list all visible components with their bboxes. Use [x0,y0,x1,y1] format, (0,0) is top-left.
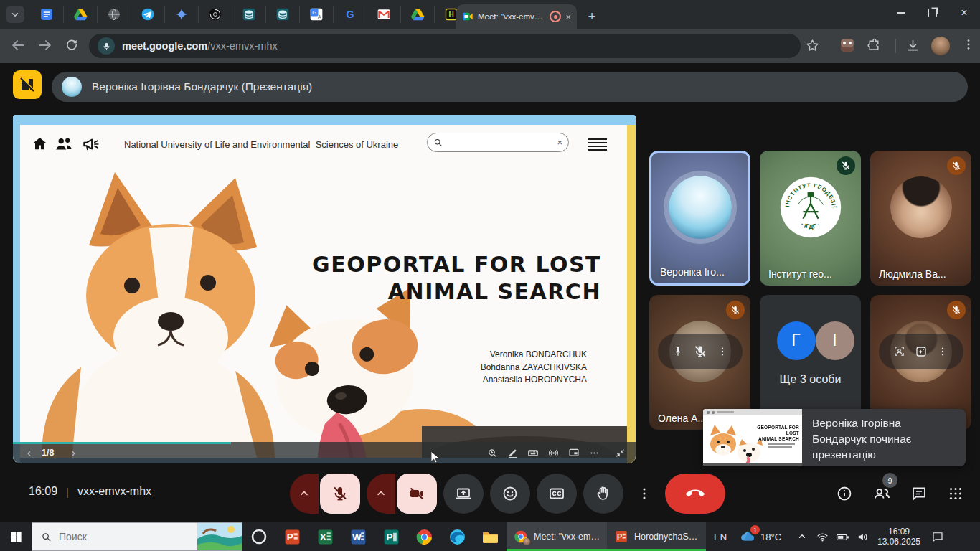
pinned-tab-translate-icon[interactable] [300,6,334,23]
presentation-warning-icon [13,70,42,99]
tile-menu-icon[interactable] [937,346,948,357]
meet-main: Вероніка Ігорівна Бондарчук (Презентація… [0,63,980,522]
browser-menu-icon[interactable] [961,37,976,52]
slide-frame-left [13,125,20,463]
activities-button[interactable] [947,485,964,502]
panel-controls: 9 [836,474,964,514]
effects-icon[interactable] [915,345,928,358]
window-minimize-button[interactable] [885,0,917,26]
meeting-details-button[interactable] [836,485,853,502]
taskbar-edge-icon[interactable] [440,522,473,551]
taskbar-window-meet[interactable]: Meet: "vxx-emv... [507,522,607,551]
tile-menu-icon[interactable] [717,346,728,357]
tray-expand-chevron[interactable] [792,522,812,551]
back-button[interactable] [10,37,26,53]
pinned-tab-google-icon[interactable] [334,6,367,23]
taskbar-search-input[interactable] [57,530,192,543]
extensions-puzzle-icon[interactable] [867,38,881,52]
annotate-pen-icon[interactable] [507,448,518,458]
pin-icon[interactable] [672,346,684,357]
temperature-indicator[interactable]: 18°C [760,532,792,542]
taskbar-ring-app-icon[interactable] [242,522,275,551]
toast-message: Вероніка Ігорівна Бондарчук починає през… [802,409,966,466]
start-button[interactable] [0,522,32,551]
pinned-tab-telegram-icon[interactable] [131,6,165,23]
pinned-tab-database2-icon[interactable] [266,6,300,23]
next-slide-button[interactable]: › [72,447,75,458]
camera-toggle-button[interactable] [397,474,437,514]
meeting-info: 16:09 | vxx-emvx-mhx [29,485,151,498]
meet-favicon [462,11,473,22]
battery-icon[interactable] [832,522,852,551]
keyboard-icon[interactable] [527,447,539,458]
taskbar-word-icon[interactable] [341,522,374,551]
more-options-button[interactable] [630,474,659,514]
taskbar-powerpoint-icon[interactable] [275,522,308,551]
taskbar-search-box[interactable] [32,522,242,551]
broadcast-icon[interactable] [548,448,559,458]
camera-options-chevron[interactable] [367,474,395,514]
profile-avatar[interactable] [931,37,950,55]
collapse-presentation-icon[interactable] [615,448,626,458]
mic-toggle-button[interactable] [320,474,360,514]
presenter-banner-text: Вероніка Ігорівна Бондарчук (Презентація… [92,80,312,93]
prev-slide-button[interactable]: ‹ [27,447,31,458]
frame-person-icon[interactable] [893,345,905,357]
raise-hand-button[interactable] [583,474,623,514]
new-tab-button[interactable]: + [583,7,601,26]
downloads-icon[interactable] [905,38,920,53]
pinned-tab-globe-icon[interactable] [98,6,131,23]
slide-title-line1: GEOPORTAL FOR LOST [312,251,601,278]
mic-options-chevron[interactable] [290,474,319,514]
tab-search-button[interactable] [6,6,24,23]
tray-time: 16:09 [888,527,910,537]
pinned-tab-dark-app-icon[interactable] [199,6,232,23]
reactions-button[interactable] [490,474,530,514]
university-name: National University of Life and Environm… [124,139,398,150]
window-restore-button[interactable] [917,0,948,26]
more-options-icon[interactable] [589,448,600,458]
stacked-avatars: І Г [777,321,844,360]
pinned-tab-drive-icon[interactable] [64,6,98,23]
pinned-tab-docs-icon[interactable] [30,6,64,23]
presentation-overlay-bar: ‹ 1/8 › [13,442,636,463]
pinned-tab-database-icon[interactable] [232,6,266,23]
tile-institute[interactable]: ІНСТИТУТ ГЕОДЕЗІЇ · ІГДГ · Інститут гео.… [760,151,861,286]
bookmark-star-icon[interactable] [805,38,820,53]
language-indicator[interactable]: EN [706,532,735,542]
wifi-icon[interactable] [812,522,832,551]
action-center-icon[interactable] [925,522,950,551]
captions-button[interactable] [537,474,577,514]
presentation-toast[interactable]: GEOPORTAL FOR LOSTANIMAL SEARCH Вероніка… [703,409,966,466]
window-close-button[interactable]: × [948,0,980,26]
picture-in-picture-icon[interactable] [568,447,580,458]
taskbar-explorer-icon[interactable] [473,522,507,551]
zoom-in-icon[interactable] [487,448,498,458]
site-info-icon[interactable] [98,37,115,55]
pinned-tab-gemini-icon[interactable] [165,6,199,23]
present-screen-button[interactable] [443,474,484,514]
reload-button[interactable] [65,37,79,52]
forward-button[interactable] [37,37,53,53]
pinned-tab-drive2-icon[interactable] [401,6,435,23]
tray-clock[interactable]: 16:09 13.06.2025 [872,527,925,547]
owl-extension-icon[interactable] [841,39,854,52]
taskbar-publisher-icon[interactable] [374,522,407,551]
taskbar-chrome-icon[interactable] [407,522,440,551]
mic-muted-icon [947,301,966,319]
volume-icon[interactable] [852,522,872,551]
chat-panel-button[interactable] [910,485,928,502]
tile-liudmyla[interactable]: Людмила Ва... [870,151,971,286]
end-call-button[interactable] [665,474,725,514]
tile-veronika[interactable]: Вероніка Іго... [649,151,750,286]
address-bar[interactable]: meet.google.com /vxx-emvx-mhx [89,34,801,58]
tab-close-button[interactable]: × [565,12,571,22]
pinned-tab-gmail-icon[interactable] [367,6,401,23]
taskbar-window-powerpoint[interactable]: HorodnychaSelf... [607,522,706,551]
active-tab[interactable]: Meet: "vxx-emvx-mhx" × [456,4,577,29]
taskbar-excel-icon[interactable] [308,522,341,551]
tray-weather-app-icon[interactable]: 1 [735,522,760,551]
people-panel-button[interactable]: 9 [872,484,891,503]
presenter-avatar [62,77,82,97]
taskbar-search-icon [41,532,52,542]
